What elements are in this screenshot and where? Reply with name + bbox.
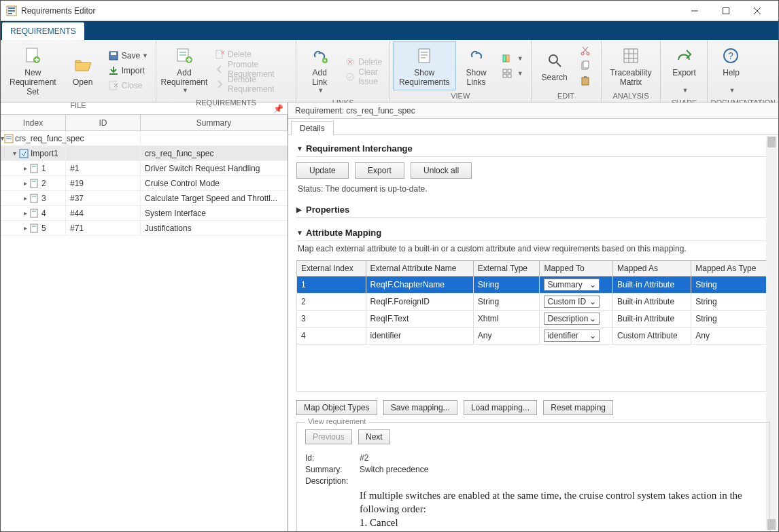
svg-point-47 [587,52,589,55]
traceability-matrix-button[interactable]: Traceability Matrix [604,41,658,90]
add-requirement-button[interactable]: Add Requirement▼ [159,41,209,97]
scroll-up-icon[interactable] [767,137,776,147]
svg-rect-52 [582,77,589,85]
new-requirement-set-button[interactable]: New Requirement Set [3,41,63,100]
add-link-button[interactable]: Add Link▼ [299,41,340,97]
app-icon [6,5,17,16]
open-button[interactable]: Open [63,41,103,100]
export-interchange-button[interactable]: Export [355,162,404,179]
requirement-icon [29,178,40,189]
titlebar: Requirements Editor [1,1,778,21]
save-button[interactable]: Save▼ [103,48,153,63]
chevron-down-icon: ▼ [182,87,188,94]
col-ext-type[interactable]: External Type [473,261,540,277]
close-button-ribbon: Close [103,78,153,93]
copy-button[interactable] [575,58,598,73]
tree-row[interactable]: ▸4#44System Interface [1,206,288,221]
expander-icon[interactable]: ▸ [21,194,29,202]
id-label: Id: [305,453,360,463]
table-row[interactable]: 2ReqIF.ForeignIDString Custom ID⌄ Built-… [297,294,770,311]
demote-requirement-button: Demote Requirement [209,77,293,92]
show-links-button[interactable]: Show Links [456,41,497,90]
show-requirements-button[interactable]: Show Requirements [393,41,456,90]
expander-icon[interactable]: ▸ [21,209,29,217]
import-button[interactable]: Import [103,63,153,78]
chevron-down-icon: ▼ [142,52,148,59]
tree-row[interactable]: ▸1#1Driver Switch Request Handling [1,161,288,176]
maximize-button[interactable] [710,1,742,21]
matrix-icon [621,45,640,67]
tree-import-node[interactable]: ▾Import1 crs_req_func_spec [1,146,288,161]
search-button[interactable]: Search [534,41,575,90]
table-row[interactable]: 3ReqIF.TextXhtml Description⌄ Built-in A… [297,311,770,327]
col-id[interactable]: ID [66,115,141,130]
mapped-to-dropdown[interactable]: Custom ID⌄ [544,296,600,308]
svg-line-48 [583,47,588,52]
export-button[interactable]: Export▼ [663,41,704,97]
svg-rect-40 [503,69,506,73]
update-button[interactable]: Update [296,162,349,179]
delete-link-icon [345,56,356,67]
map-object-types-button[interactable]: Map Object Types [296,400,377,415]
svg-rect-14 [109,73,118,75]
col-index[interactable]: Index [1,115,66,130]
clear-icon [345,71,356,82]
reqset-icon [4,133,14,144]
next-button[interactable]: Next [358,429,390,444]
fieldset-legend: View requirement [305,417,368,425]
minimize-button[interactable] [679,1,710,21]
expander-icon[interactable]: ▸ [21,224,29,232]
expander-icon[interactable]: ▸ [21,179,29,187]
ribbon-group-links: Add Link▼ Delete Clear Issue LINKS [296,40,390,102]
tab-requirements[interactable]: REQUIREMENTS [2,22,84,40]
tab-details[interactable]: Details [291,121,334,135]
import-node-icon [18,148,29,159]
cut-button[interactable] [575,43,598,58]
close-button[interactable] [742,1,773,21]
help-button[interactable]: ? Help▼ [710,41,751,97]
col-ext-name[interactable]: External Attribute Name [366,261,473,277]
paste-icon [580,75,591,86]
tree-row[interactable]: ▸2#19Cruise Control Mode [1,176,288,191]
chevron-right-icon: ▶ [296,206,306,213]
expander-icon[interactable]: ▸ [21,164,29,172]
view-options-dropdown[interactable]: ▼ [497,66,528,81]
chevron-down-icon: ▼ [317,87,324,94]
tree-row[interactable]: ▸3#37Calculate Target Speed and Throttl.… [1,191,288,206]
unlock-all-button[interactable]: Unlock all [411,162,472,179]
copy-icon [580,60,591,71]
columns-dropdown[interactable]: ▼ [497,51,528,66]
tree-pane: 📌 Index ID Summary ▾crs_req_func_spec ▾I… [1,103,288,531]
tree-row[interactable]: ▸5#71Justifications [1,221,288,236]
col-summary[interactable]: Summary [141,115,288,130]
tree-root[interactable]: ▾crs_req_func_spec [1,131,288,146]
demote-icon [214,79,225,90]
group-label: ANALYSIS [604,90,658,102]
tree-header: Index ID Summary [1,115,288,131]
mapped-to-dropdown[interactable]: identifier⌄ [544,330,600,342]
col-mapped-as-type[interactable]: Mapped As Type [691,261,770,277]
group-label: EDIT [534,90,598,102]
section-interchange[interactable]: ▼Requirement Interchange [296,139,770,157]
table-row[interactable]: 4identifierAny identifier⌄ Custom Attrib… [297,327,770,344]
paste-button[interactable] [575,73,598,88]
previous-button[interactable]: Previous [305,429,352,444]
save-mapping-button[interactable]: Save mapping... [383,400,457,415]
mapped-to-dropdown[interactable]: Summary⌄ [544,279,600,291]
summary-label: Summary: [305,465,360,474]
reset-mapping-button[interactable]: Reset mapping [543,400,613,415]
col-mapped-to[interactable]: Mapped To [540,261,613,277]
chevron-down-icon: ▼ [296,145,306,152]
mapped-to-dropdown[interactable]: Description⌄ [544,313,600,325]
section-properties[interactable]: ▶Properties [296,200,770,218]
requirement-icon [29,163,40,174]
expander-icon[interactable]: ▾ [10,149,18,157]
section-mapping[interactable]: ▼Attribute Mapping [296,224,770,241]
col-ext-index[interactable]: External Index [297,261,366,277]
load-mapping-button[interactable]: Load mapping... [464,400,537,415]
window-title: Requirements Editor [21,6,679,16]
table-row[interactable]: 1 ReqIF.ChapterName String Summary⌄ Buil… [297,277,770,294]
pin-icon[interactable]: 📌 [273,104,283,113]
col-mapped-as[interactable]: Mapped As [613,261,691,277]
ribbon-group-documentation: ? Help▼ DOCUMENTATION [708,40,778,102]
